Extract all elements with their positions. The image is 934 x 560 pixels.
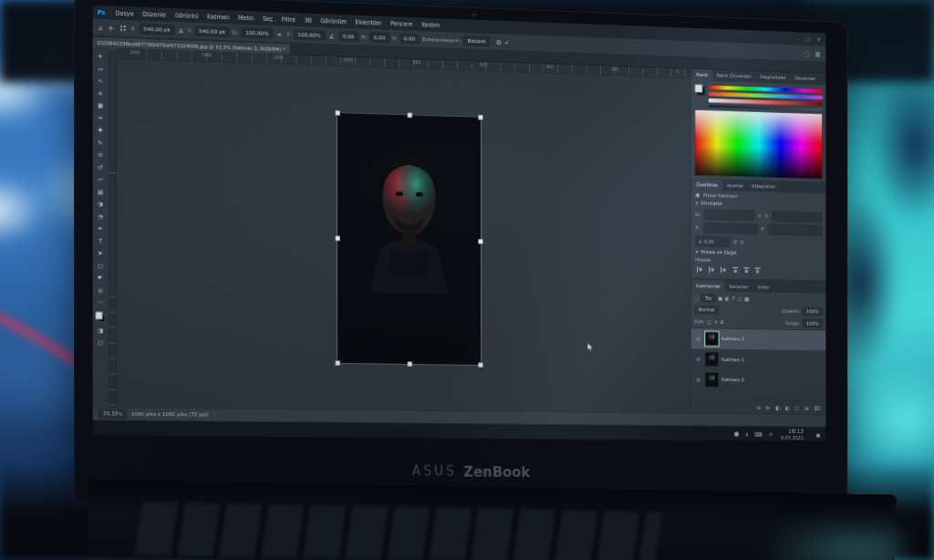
layer-thumbnail[interactable] [705,373,718,387]
type-tool[interactable]: T [93,234,109,247]
rotate-ccw-icon[interactable]: ↺ [733,239,737,244]
new-layer-icon[interactable]: ⊞ [804,405,808,410]
close-icon[interactable]: ✕ [816,36,821,42]
menu-sec[interactable]: Seç [259,14,277,24]
transform-bounding-box[interactable] [337,112,482,366]
workspace-icon[interactable]: ▥ [814,50,822,57]
transform-handle[interactable] [336,235,340,241]
lock-position-icon[interactable]: ✛ [714,319,718,324]
add-mask-icon[interactable]: ◧ [775,405,780,410]
prop-link-icon[interactable]: ∞ [758,213,762,218]
interpolation-select[interactable]: Bikübik [463,36,490,47]
transform-handle[interactable] [478,363,483,368]
layer-row-katman-1[interactable]: ⊙ Katman 1 [691,349,825,371]
menu-goruntu[interactable]: Görüntü [171,10,202,21]
filter-type-icon[interactable]: T [732,296,734,301]
menu-filtre[interactable]: Filtre [277,15,299,25]
color-swatches[interactable] [96,312,106,322]
menu-pencere[interactable]: Pencere [387,18,417,29]
transform-handle[interactable] [408,362,412,367]
brush-tool[interactable]: ✎ [93,136,109,149]
prop-angle-input[interactable]: ∠ 0,00 [695,235,730,246]
eraser-tool[interactable]: ▱ [93,173,109,186]
screen-mode-icon[interactable]: ▢ [93,336,109,348]
blend-mode-select[interactable]: Normal [695,306,719,315]
align-bottom-icon[interactable] [755,267,761,274]
visibility-eye-icon[interactable]: ⊙ [695,336,702,341]
delete-layer-icon[interactable]: ⌦ [815,405,822,410]
visibility-eye-icon[interactable]: ⊙ [695,377,702,382]
menu-dosya[interactable]: Dosya [111,8,138,19]
opacity-input[interactable]: 100% [803,307,823,316]
photoshop-logo-icon[interactable]: Ps [96,7,108,17]
eyedropper-tool[interactable]: ✑ [93,111,109,124]
taskbar-clock[interactable]: 16:13 9.05.2021 [778,428,805,441]
cancel-transform-icon[interactable]: ⊘ [496,38,502,45]
tab-ozellikler[interactable]: Özellikler [692,179,722,191]
prop-y-input[interactable] [768,224,822,236]
transform-handle[interactable] [478,115,483,120]
layer-row-katman-2[interactable]: ⊙ Katman 2 [691,328,825,351]
prop-w-input[interactable] [704,209,754,221]
filter-smart-icon[interactable]: ▦ [744,296,749,302]
clone-stamp-tool[interactable]: ⊙ [93,149,109,161]
transform-handle[interactable] [336,360,340,365]
layer-name[interactable]: Katman 2 [721,337,744,342]
panel-color-swatches[interactable] [695,84,706,96]
home-icon[interactable]: ⌂ [98,24,104,30]
edit-toolbar-icon[interactable]: ⋯ [93,296,109,308]
tray-keyboard-icon[interactable]: ⌨ [754,431,762,437]
tray-settings-icon[interactable]: ☼ [768,431,773,437]
layer-name[interactable]: Katman 0 [721,378,744,383]
quick-selection-tool[interactable]: ✳ [93,87,109,99]
lock-all-icon[interactable]: ⊞ [720,319,723,324]
layer-style-fx-icon[interactable]: fx [765,405,770,410]
menu-3b[interactable]: 3B [300,16,316,26]
link-layers-icon[interactable]: ⧉ [757,405,761,410]
layer-thumbnail[interactable] [705,332,718,347]
align-top-icon[interactable] [732,267,738,274]
reference-point-grid[interactable] [119,25,126,31]
width-input[interactable]: 100,00% [242,27,273,38]
prop-x-input[interactable] [703,223,757,234]
height-input[interactable]: 100,00% [294,29,325,40]
rotate-cw-icon[interactable]: ↻ [741,240,744,245]
tab-kitapliklar[interactable]: Kitaplıklar [748,181,780,192]
maximize-icon[interactable]: ▢ [805,36,810,41]
quick-mask-icon[interactable]: ◨ [93,324,109,337]
transform-handle[interactable] [478,239,483,244]
tray-hidden-icons-chevron[interactable]: ∧ [745,431,749,437]
tab-katmanlar[interactable]: Katmanlar [692,280,725,292]
tab-ayarlar[interactable]: Ayarlar [722,180,747,192]
shape-tool[interactable]: □ [93,259,109,272]
menu-eklentiler[interactable]: Eklentiler [351,17,385,28]
lasso-tool[interactable]: ∿ [93,75,109,88]
delta-toggle-icon[interactable]: Δ [178,27,185,34]
chevron-down-icon[interactable]: ▼ [695,202,698,205]
path-selection-tool[interactable]: ➤ [93,246,109,259]
lock-transparent-icon[interactable]: ◫ [707,319,711,324]
status-arrow-icon[interactable]: 〉 [213,412,219,418]
fill-input[interactable]: 100% [803,319,823,327]
tab-desenler[interactable]: Desenler [791,73,820,85]
filter-adjustment-icon[interactable]: ◐ [725,296,730,301]
align-center-v-icon[interactable] [743,267,749,274]
hand-tool[interactable]: ☛ [93,271,109,284]
filter-shape-icon[interactable]: ▢ [737,296,742,301]
layer-search-icon[interactable]: ◌ [695,296,700,301]
layer-name[interactable]: Katman 1 [721,357,744,362]
menu-metin[interactable]: Metin [234,13,258,23]
commit-transform-icon[interactable]: ✓ [504,39,510,46]
v-skew-input[interactable]: 0,00 [400,34,420,45]
canvas-area[interactable]: 1600 1400 1200 1000 800 600 400 200 0 [109,48,691,413]
new-group-icon[interactable]: ▢ [795,405,800,410]
link-icon[interactable]: ∞ [275,31,283,37]
align-center-h-icon[interactable] [709,266,715,272]
menu-yardim[interactable]: Yardım [418,19,444,29]
history-brush-tool[interactable]: ↺ [93,161,109,173]
move-tool[interactable]: ✛ [93,50,109,63]
dodge-tool[interactable]: ◔ [93,210,109,223]
search-icon[interactable]: ◌ [804,50,811,57]
menu-gorunum[interactable]: Görünüm [317,16,350,26]
minimize-icon[interactable]: – [796,36,799,41]
